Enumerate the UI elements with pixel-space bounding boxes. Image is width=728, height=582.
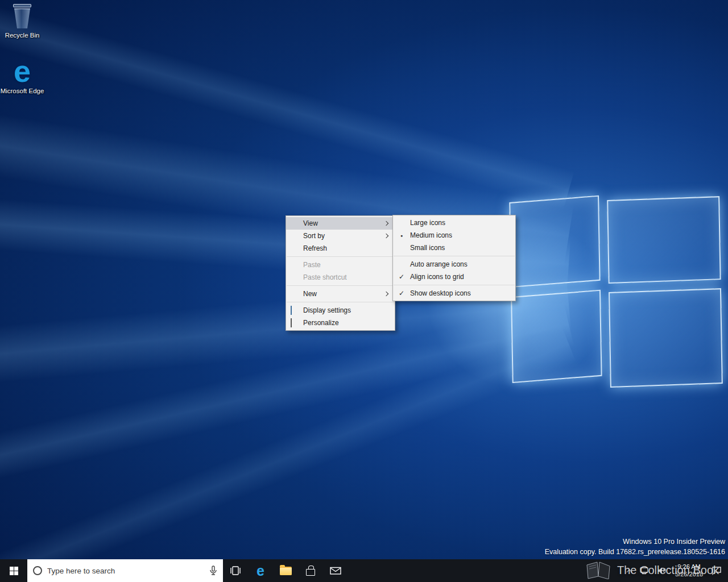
- menu-item-personalize[interactable]: Personalize: [286, 317, 395, 329]
- task-view-button[interactable]: [223, 559, 248, 582]
- desktop[interactable]: Recycle Bin e Microsoft Edge View Sort b…: [0, 0, 728, 582]
- menu-item-new[interactable]: New: [286, 288, 395, 300]
- menu-item-label: New: [303, 290, 384, 298]
- menu-separator: [287, 302, 394, 302]
- action-center-button[interactable]: [708, 559, 726, 582]
- menu-item-label: Refresh: [303, 244, 395, 252]
- recycle-bin-icon: [11, 3, 34, 30]
- menu-item-label: Paste: [303, 261, 395, 269]
- chevron-right-icon: [384, 292, 388, 296]
- edge-icon: e: [257, 564, 264, 578]
- radio-selected-icon: ●: [400, 234, 403, 238]
- checkmark-icon: ✓: [399, 289, 404, 297]
- menu-item-label: Auto arrange icons: [410, 260, 515, 268]
- desktop-icon-label: Microsoft Edge: [1, 87, 44, 95]
- menu-item-paste: Paste: [286, 259, 395, 271]
- chevron-up-icon: [627, 569, 632, 575]
- menu-item-label: Small icons: [410, 244, 515, 252]
- menu-item-sort-by[interactable]: Sort by: [286, 230, 395, 242]
- taskbar-store-button[interactable]: [298, 559, 323, 582]
- wallpaper-light-beam: [0, 326, 576, 582]
- edge-icon: e: [14, 57, 31, 85]
- submenu-item-auto-arrange-icons[interactable]: Auto arrange icons: [393, 258, 515, 271]
- menu-item-view[interactable]: View: [286, 217, 395, 230]
- windows-logo-icon: [10, 567, 18, 575]
- menu-separator: [394, 285, 515, 285]
- taskbar-mail-button[interactable]: [323, 559, 348, 582]
- taskbar-file-explorer-button[interactable]: [273, 559, 298, 582]
- tray-volume-button[interactable]: [653, 559, 671, 582]
- taskbar: e: [0, 559, 728, 582]
- clock-date: 5/26/2018: [675, 571, 703, 579]
- evaluation-watermark-line2: Evaluation copy. Build 17682.rs_prerelea…: [545, 547, 725, 557]
- menu-item-label: Personalize: [303, 319, 395, 327]
- mail-icon: [330, 566, 341, 575]
- evaluation-watermark: Windows 10 Pro Insider Preview Evaluatio…: [545, 537, 725, 557]
- taskbar-edge-button[interactable]: e: [248, 559, 273, 582]
- submenu-item-medium-icons[interactable]: ● Medium icons: [393, 229, 515, 242]
- wallpaper-light-beam: [0, 0, 574, 210]
- search-input[interactable]: [47, 567, 204, 575]
- menu-item-paste-shortcut: Paste shortcut: [286, 271, 395, 284]
- menu-item-refresh[interactable]: Refresh: [286, 242, 395, 255]
- taskbar-clock[interactable]: 9:26 AM 5/26/2018: [671, 563, 708, 579]
- menu-item-label: Large icons: [410, 219, 515, 227]
- wallpaper-pane: [509, 196, 600, 288]
- menu-separator: [394, 256, 515, 256]
- desktop-icon-label: Recycle Bin: [5, 31, 40, 39]
- wallpaper-pane: [607, 196, 721, 284]
- file-explorer-icon: [280, 567, 292, 575]
- search-icon: [33, 566, 42, 575]
- tray-show-hidden-icons-button[interactable]: [623, 559, 635, 582]
- wallpaper-pane: [511, 290, 602, 383]
- wallpaper-pane: [609, 288, 723, 388]
- menu-item-label: View: [303, 219, 384, 227]
- chevron-right-icon: [384, 221, 388, 226]
- view-submenu: Large icons ● Medium icons Small icons A…: [392, 215, 516, 301]
- submenu-item-small-icons[interactable]: Small icons: [393, 242, 515, 254]
- network-icon: [639, 567, 649, 575]
- store-icon: [306, 569, 315, 576]
- action-center-icon: [712, 566, 722, 575]
- personalize-icon: [291, 319, 299, 327]
- taskbar-search-box[interactable]: [27, 559, 223, 582]
- menu-item-label: Display settings: [303, 306, 395, 314]
- windows-logo-wallpaper: [509, 193, 724, 392]
- menu-item-label: Medium icons: [410, 231, 515, 239]
- wallpaper-light-beam: [0, 302, 574, 527]
- menu-item-label: Align icons to grid: [410, 273, 515, 281]
- desktop-icon-microsoft-edge[interactable]: e Microsoft Edge: [0, 57, 44, 95]
- volume-icon: [657, 567, 667, 575]
- checkmark-icon: ✓: [399, 273, 404, 281]
- menu-separator: [287, 256, 394, 257]
- tray-network-button[interactable]: [635, 559, 653, 582]
- display-settings-icon: [291, 306, 299, 314]
- start-button[interactable]: [0, 559, 27, 582]
- menu-item-label: Sort by: [303, 232, 384, 240]
- evaluation-watermark-line1: Windows 10 Pro Insider Preview: [545, 537, 725, 547]
- clock-time: 9:26 AM: [675, 563, 703, 571]
- menu-item-display-settings[interactable]: Display settings: [286, 304, 395, 317]
- chevron-right-icon: [384, 234, 388, 238]
- microphone-icon: [209, 566, 217, 576]
- menu-separator: [287, 285, 394, 286]
- submenu-item-large-icons[interactable]: Large icons: [393, 217, 515, 229]
- desktop-icon-recycle-bin[interactable]: Recycle Bin: [0, 3, 44, 39]
- task-view-icon: [229, 566, 242, 576]
- submenu-item-align-icons-to-grid[interactable]: ✓ Align icons to grid: [393, 271, 515, 283]
- system-tray: 9:26 AM 5/26/2018: [623, 559, 728, 582]
- desktop-context-menu: View Sort by Refresh Paste Paste shortcu…: [286, 215, 395, 331]
- submenu-item-show-desktop-icons[interactable]: ✓ Show desktop icons: [393, 287, 515, 300]
- menu-item-label: Paste shortcut: [303, 273, 395, 281]
- menu-item-label: Show desktop icons: [410, 289, 515, 297]
